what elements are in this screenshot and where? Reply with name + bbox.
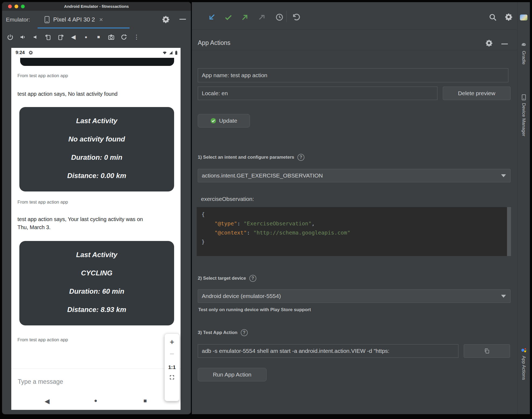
nav-back-button[interactable]: ◀ — [45, 397, 49, 405]
profile-avatar[interactable] — [520, 15, 527, 20]
emulator-controls-toolbar: ◀ ● ■ ⋮ — [2, 29, 191, 46]
emulator-tabbar: Emulator: Pixel 4 API 30 2 × — [2, 11, 191, 29]
message-source-label: From test app action app — [17, 200, 68, 205]
emulator-settings-gear-icon[interactable] — [162, 15, 170, 23]
sidebar-label: App Actions — [521, 356, 526, 380]
close-tab-icon[interactable]: × — [99, 16, 103, 23]
home-icon[interactable]: ● — [82, 33, 90, 41]
check-icon[interactable] — [224, 13, 233, 22]
arrow-downleft-icon[interactable] — [207, 13, 216, 22]
toolbar-separator — [286, 11, 287, 22]
chevron-down-icon — [501, 295, 506, 298]
more-kebab-icon[interactable]: ⋮ — [133, 33, 140, 41]
zoom-ratio-button[interactable]: 1:1 — [165, 364, 179, 370]
step2-section-label: 2) Select target device ? — [198, 275, 256, 282]
panel-hide-icon[interactable] — [501, 44, 508, 44]
target-device-dropdown[interactable]: Android device (emulator-5554) — [198, 289, 511, 303]
update-button-label: Update — [219, 118, 237, 124]
zoom-in-button[interactable]: + — [165, 338, 179, 346]
activity-card: Last Activity No activity found Duration… — [19, 107, 174, 191]
undo-icon[interactable] — [292, 13, 300, 22]
update-button[interactable]: Update — [198, 114, 250, 127]
studio-toolbar — [192, 2, 517, 30]
step1-text: 1) Select an intent and configure parame… — [198, 155, 294, 160]
step3-section-label: 3) Test App Action ? — [198, 329, 248, 336]
delete-preview-button[interactable]: Delete preview — [443, 87, 511, 100]
help-icon[interactable]: ? — [297, 154, 304, 161]
device-hint-text: Test only on running device with Play St… — [198, 307, 311, 313]
card-distance: Distance: 8.93 km — [19, 306, 174, 314]
status-time: 9:24 — [16, 50, 25, 55]
search-icon[interactable] — [488, 13, 497, 22]
message-input-divider — [11, 368, 181, 369]
chevron-down-icon — [501, 174, 506, 177]
copy-icon — [484, 348, 490, 354]
volume-down-icon[interactable] — [32, 33, 39, 41]
screenshot-camera-icon[interactable] — [107, 33, 115, 41]
emulator-titlebar: Android Emulator - fitnessactions — [2, 2, 191, 11]
card-distance: Distance: 0.00 km — [19, 172, 174, 180]
help-icon[interactable]: ? — [249, 275, 256, 282]
arrow-upright-icon[interactable] — [241, 13, 249, 22]
emulator-label: Emulator: — [6, 11, 30, 29]
app-actions-tool-window: App Actions App name: test app action Lo… — [192, 30, 517, 414]
screenshot-root: Android Emulator - fitnessactions Emulat… — [0, 0, 532, 419]
run-app-action-button[interactable]: Run App Action — [198, 368, 267, 381]
sidebar-item-app-actions[interactable]: App Actions — [517, 347, 530, 380]
volume-up-icon[interactable] — [19, 33, 27, 41]
wifi-icon — [162, 50, 167, 55]
app-name-field[interactable]: App name: test app action — [198, 68, 508, 82]
settings-gear-icon[interactable] — [505, 13, 513, 21]
assistant-message: test app action says, Your last cycling … — [17, 215, 144, 231]
copy-command-button[interactable] — [464, 344, 510, 358]
panel-gear-icon[interactable] — [485, 39, 493, 47]
macos-minimize-button[interactable] — [15, 5, 18, 8]
intent-dropdown[interactable]: actions.intent.GET_EXERCISE_OBSERVATION — [198, 169, 511, 182]
card-title: Last Activity — [19, 117, 174, 125]
parameter-name-label: exerciseObservation: — [201, 196, 254, 202]
code-json-value: "ExerciseObservation" — [244, 220, 312, 227]
intent-parameters-editor[interactable]: { "@type": "ExerciseObservation", "@cont… — [197, 207, 511, 256]
locale-field[interactable]: Locale: en — [198, 87, 437, 100]
status-right-icons — [162, 50, 178, 55]
android-studio-panel: Gradle Device Manager App Actions App Ac… — [192, 2, 530, 414]
zoom-out-button[interactable]: − — [165, 350, 179, 358]
card-activity: No activity found — [19, 135, 174, 143]
panel-header: App Actions — [192, 30, 517, 50]
card-activity: CYCLING — [19, 269, 174, 277]
rotate-left-icon[interactable] — [44, 33, 52, 41]
assistant-message: test app action says, No last activity f… — [17, 90, 117, 98]
target-device-value: Android device (emulator-5554) — [202, 293, 281, 299]
panel-minimize-icon[interactable] — [179, 19, 186, 20]
nav-recents-button[interactable]: ■ — [143, 397, 147, 404]
step1-section-label: 1) Select an intent and configure parame… — [198, 154, 304, 161]
arrow-step-icon[interactable] — [258, 13, 267, 22]
sidebar-item-device-manager[interactable]: Device Manager — [517, 94, 530, 136]
adb-command-field[interactable]: adb -s emulator-5554 shell am start -a a… — [198, 344, 458, 358]
code-json-value: "http://schema.googleapis.com" — [253, 229, 350, 236]
macos-zoom-button[interactable] — [21, 5, 25, 8]
snapshot-restore-icon[interactable] — [120, 33, 128, 41]
history-clock-icon[interactable] — [275, 13, 284, 22]
panel-title: App Actions — [198, 39, 230, 47]
activity-card: Last Activity CYCLING Duration: 60 min D… — [19, 241, 174, 325]
window-title: Android Emulator - fitnessactions — [2, 2, 191, 11]
help-icon[interactable]: ? — [241, 329, 248, 336]
sidebar-item-gradle[interactable]: Gradle — [517, 42, 530, 65]
power-icon[interactable] — [6, 33, 14, 41]
step2-text: 2) Select target device — [198, 276, 246, 281]
message-source-label: From test app action app — [17, 337, 68, 343]
device-manager-icon — [521, 94, 527, 101]
editor-scrollbar[interactable] — [507, 207, 511, 256]
macos-close-button[interactable] — [8, 5, 12, 8]
fullscreen-button[interactable] — [169, 375, 175, 380]
back-icon[interactable]: ◀ — [70, 33, 77, 41]
overview-icon[interactable]: ■ — [95, 33, 102, 41]
scrolled-card-remnant — [20, 58, 174, 66]
code-line: { — [202, 211, 205, 218]
tab-pixel4-api30[interactable]: Pixel 4 API 30 2 × — [38, 11, 130, 29]
nav-home-button[interactable]: ● — [94, 397, 97, 404]
rotate-right-icon[interactable] — [57, 33, 64, 41]
message-input-placeholder[interactable]: Type a message — [18, 378, 63, 385]
card-duration: Duration: 0 min — [19, 153, 174, 161]
